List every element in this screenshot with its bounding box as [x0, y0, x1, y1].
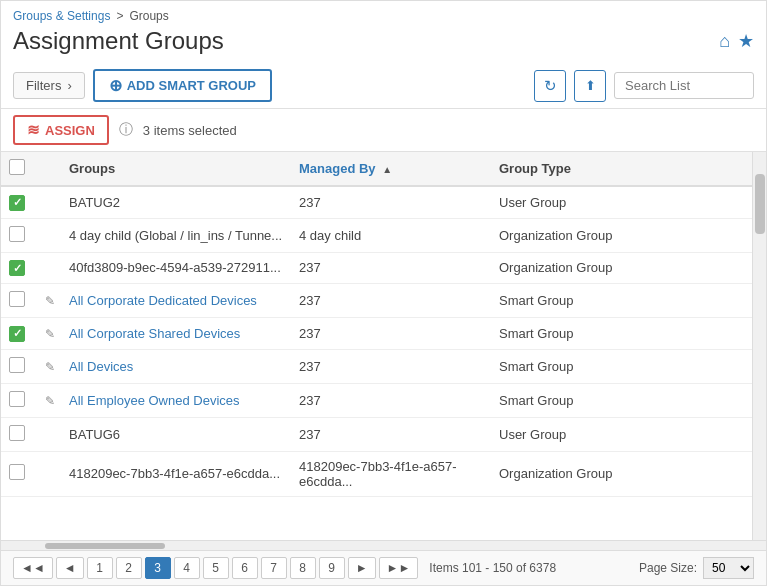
edit-icon[interactable]: ✎ — [45, 360, 55, 374]
page-number-button[interactable]: 6 — [232, 557, 258, 579]
refresh-icon: ↻ — [544, 77, 557, 95]
page-number-button[interactable]: 9 — [319, 557, 345, 579]
col-header-managed[interactable]: Managed By ▲ — [291, 152, 491, 186]
assign-label: ASSIGN — [45, 123, 95, 138]
search-input[interactable] — [614, 72, 754, 99]
table-row: BATUG2237User Group — [1, 186, 752, 218]
page-number-button[interactable]: 7 — [261, 557, 287, 579]
group-type-cell: Smart Group — [491, 383, 752, 417]
group-name-cell: All Corporate Dedicated Devices — [61, 284, 291, 318]
managed-by-cell: 237 — [291, 417, 491, 451]
group-type-cell: Organization Group — [491, 252, 752, 284]
page-size-label: Page Size: — [639, 561, 697, 575]
page-size-select[interactable]: 102550100 — [703, 557, 754, 579]
row-checkbox[interactable] — [9, 326, 25, 342]
group-name-link[interactable]: All Corporate Dedicated Devices — [69, 293, 257, 308]
toolbar: Filters › ⊕ ADD SMART GROUP ↻ ⬆ — [1, 63, 766, 109]
breadcrumb-sep: > — [116, 9, 123, 23]
group-name-link[interactable]: All Devices — [69, 359, 133, 374]
select-all-checkbox[interactable] — [9, 159, 25, 175]
info-icon: ⓘ — [119, 121, 133, 139]
table-row: ✎All Corporate Dedicated Devices237Smart… — [1, 284, 752, 318]
first-page-button[interactable]: ◄◄ — [13, 557, 53, 579]
group-name-cell: All Employee Owned Devices — [61, 383, 291, 417]
group-name-cell: BATUG6 — [61, 417, 291, 451]
col-header-type: Group Type — [491, 152, 752, 186]
table-row: 40fd3809-b9ec-4594-a539-272911...237Orga… — [1, 252, 752, 284]
col-header-groups: Groups — [61, 152, 291, 186]
group-name-cell: All Corporate Shared Devices — [61, 318, 291, 350]
horizontal-scrollbar[interactable] — [1, 540, 766, 550]
header-row: Assignment Groups ⌂ ★ — [1, 25, 766, 63]
edit-icon[interactable]: ✎ — [45, 394, 55, 408]
group-type-cell: User Group — [491, 417, 752, 451]
page-number-button[interactable]: 3 — [145, 557, 171, 579]
group-type-cell: Organization Group — [491, 218, 752, 252]
next-page-button[interactable]: ► — [348, 557, 376, 579]
row-checkbox[interactable] — [9, 260, 25, 276]
page-number-button[interactable]: 2 — [116, 557, 142, 579]
page-number-button[interactable]: 1 — [87, 557, 113, 579]
group-name-link[interactable]: All Corporate Shared Devices — [69, 326, 240, 341]
table-row: ✎All Employee Owned Devices237Smart Grou… — [1, 383, 752, 417]
page-size-control: Page Size: 102550100 — [639, 557, 754, 579]
export-button[interactable]: ⬆ — [574, 70, 606, 102]
group-name-cell: 418209ec-7bb3-4f1e-a657-e6cdda... — [61, 451, 291, 496]
group-name-cell: 40fd3809-b9ec-4594-a539-272911... — [61, 252, 291, 284]
edit-icon[interactable]: ✎ — [45, 327, 55, 341]
assignment-groups-table: Groups Managed By ▲ Group Type BATUG2237… — [1, 152, 752, 497]
main-container: Groups & Settings > Groups Assignment Gr… — [0, 0, 767, 586]
edit-icon[interactable]: ✎ — [45, 294, 55, 308]
row-checkbox[interactable] — [9, 291, 25, 307]
table-row: BATUG6237User Group — [1, 417, 752, 451]
assign-icon: ≋ — [27, 121, 40, 139]
header-icons: ⌂ ★ — [719, 30, 754, 52]
scroll-thumb — [755, 174, 765, 234]
add-smart-group-button[interactable]: ⊕ ADD SMART GROUP — [93, 69, 272, 102]
row-checkbox[interactable] — [9, 391, 25, 407]
page-info-text: Items 101 - 150 of 6378 — [429, 561, 556, 575]
group-type-cell: User Group — [491, 186, 752, 218]
page-number-button[interactable]: 4 — [174, 557, 200, 579]
add-icon: ⊕ — [109, 76, 122, 95]
breadcrumb-current: Groups — [129, 9, 168, 23]
row-checkbox[interactable] — [9, 425, 25, 441]
managed-by-cell: 237 — [291, 318, 491, 350]
prev-page-button[interactable]: ◄ — [56, 557, 84, 579]
page-number-button[interactable]: 5 — [203, 557, 229, 579]
group-name-cell: All Devices — [61, 349, 291, 383]
table-row: ✎All Corporate Shared Devices237Smart Gr… — [1, 318, 752, 350]
vertical-scrollbar[interactable] — [752, 152, 766, 540]
row-checkbox[interactable] — [9, 195, 25, 211]
table-row: 4 day child (Global / lin_ins / Tunne...… — [1, 218, 752, 252]
page-title: Assignment Groups — [13, 27, 224, 55]
group-type-cell: Smart Group — [491, 318, 752, 350]
managed-by-cell: 237 — [291, 186, 491, 218]
row-checkbox[interactable] — [9, 226, 25, 242]
last-page-button[interactable]: ►► — [379, 557, 419, 579]
breadcrumb-link-groups-settings[interactable]: Groups & Settings — [13, 9, 110, 23]
row-checkbox[interactable] — [9, 357, 25, 373]
group-name-link[interactable]: All Employee Owned Devices — [69, 393, 240, 408]
managed-by-cell: 237 — [291, 383, 491, 417]
table-container: Groups Managed By ▲ Group Type BATUG2237… — [1, 152, 766, 550]
star-icon[interactable]: ★ — [738, 30, 754, 52]
assign-button[interactable]: ≋ ASSIGN — [13, 115, 109, 145]
col-header-edit — [37, 152, 61, 186]
assign-bar: ≋ ASSIGN ⓘ 3 items selected — [1, 109, 766, 152]
table-main[interactable]: Groups Managed By ▲ Group Type BATUG2237… — [1, 152, 752, 540]
add-smart-label: ADD SMART GROUP — [127, 78, 256, 93]
group-name-cell: 4 day child (Global / lin_ins / Tunne... — [61, 218, 291, 252]
table-row: ✎All Devices237Smart Group — [1, 349, 752, 383]
sort-arrow-icon: ▲ — [382, 164, 392, 175]
managed-by-cell: 237 — [291, 284, 491, 318]
page-number-button[interactable]: 8 — [290, 557, 316, 579]
filters-button[interactable]: Filters › — [13, 72, 85, 99]
home-icon[interactable]: ⌂ — [719, 31, 730, 52]
managed-by-cell: 237 — [291, 349, 491, 383]
pagination: ◄◄ ◄ 123456789 ► ►► Items 101 - 150 of 6… — [1, 550, 766, 585]
group-name-cell: BATUG2 — [61, 186, 291, 218]
refresh-button[interactable]: ↻ — [534, 70, 566, 102]
horiz-scroll-thumb — [45, 543, 165, 549]
row-checkbox[interactable] — [9, 464, 25, 480]
